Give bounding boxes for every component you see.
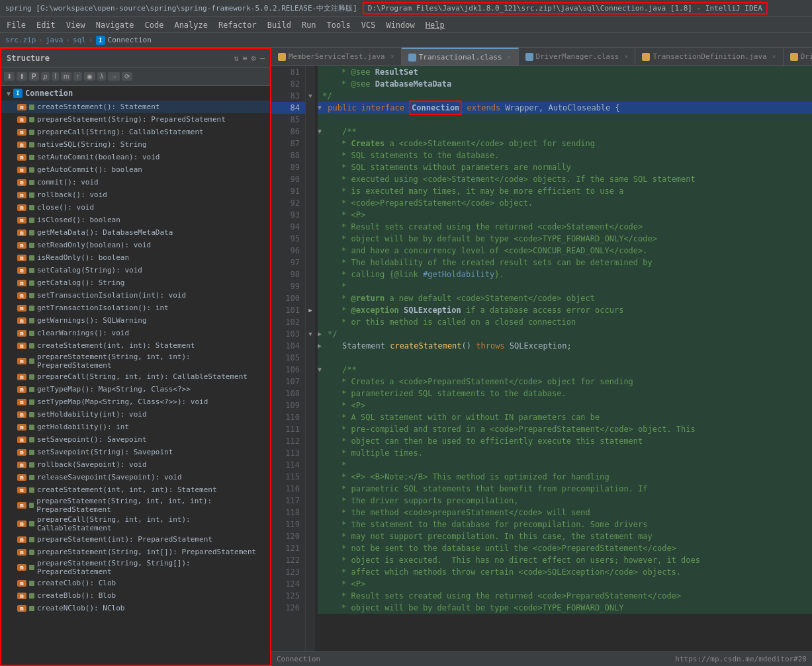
sidebar-item-setTransactionIsolation[interactable]: m setTransactionIsolation(int): void	[1, 289, 270, 302]
collapse-all-btn[interactable]: ⬆	[17, 72, 27, 81]
sidebar-item-getTypeMap[interactable]: m getTypeMap(): Map<String, Class<?>>	[1, 383, 270, 395]
sidebar-item-isClosed[interactable]: m isClosed(): boolean	[1, 214, 270, 226]
sidebar-item-isReadOnly[interactable]: m isReadOnly(): boolean	[1, 251, 270, 264]
sidebar-item-setTypeMap[interactable]: m setTypeMap(Map<String, Class<?>>): voi…	[1, 395, 270, 408]
sidebar-item-rollback[interactable]: m rollback(): void	[1, 188, 270, 201]
tab-transactional-class[interactable]: Transactional.class ×	[402, 48, 519, 65]
method-text-18: getWarnings(): SQLWarning	[37, 316, 147, 325]
badge-m-35: m	[17, 549, 26, 556]
breadcrumb-sql[interactable]: sql	[73, 36, 86, 44]
sidebar-item-createBlob[interactable]: m createBlob(): Blob	[1, 589, 270, 602]
sidebar-item-setAutoCommit[interactable]: m setAutoCommit(boolean): void	[1, 151, 270, 163]
breadcrumb-src[interactable]: src.zip	[5, 36, 36, 44]
tab-close-2[interactable]: ×	[508, 54, 512, 61]
fold-85	[306, 78, 315, 90]
badge-m-27: m	[17, 437, 26, 443]
dot-3	[29, 130, 34, 135]
sidebar-item-createClob[interactable]: m createClob(): Clob	[1, 577, 270, 589]
sidebar-item-getTransactionIsolation[interactable]: m getTransactionIsolation(): int	[1, 302, 270, 314]
sidebar-item-getHoldability[interactable]: m getHoldability(): int	[1, 421, 270, 433]
menu-analyze[interactable]: Analyze	[170, 19, 212, 31]
sidebar-item-prepareStatement3[interactable]: m prepareStatement(String, int, int, int…	[1, 496, 270, 515]
sidebar-item-close[interactable]: m close(): void	[1, 201, 270, 214]
badge-m-30: m	[17, 474, 26, 481]
badge-m-34: m	[17, 536, 26, 543]
menu-view[interactable]: View	[62, 19, 89, 31]
sort-type-icon[interactable]: ≡	[242, 54, 247, 63]
public-btn[interactable]: P	[29, 72, 39, 81]
sidebar-item-getMetaData[interactable]: m getMetaData(): DatabaseMetaData	[1, 226, 270, 239]
menu-window[interactable]: Window	[382, 19, 418, 31]
sidebar-item-setReadOnly[interactable]: m setReadOnly(boolean): void	[1, 239, 270, 251]
scroll-to-source-btn[interactable]: →	[108, 72, 120, 81]
autoscroll-btn[interactable]: ⟳	[122, 72, 132, 81]
tab-driver-manager-j[interactable]: DriverManager.j... ×	[784, 48, 812, 65]
code-line-98: * calling {@link #getHoldability}.	[318, 269, 812, 280]
sidebar-item-setSavepoint2[interactable]: m setSavepoint(String): Savepoint	[1, 446, 270, 458]
dot-20	[29, 343, 34, 349]
tab-driver-manager-class[interactable]: DriverManager.class ×	[519, 48, 636, 65]
tab-close-3[interactable]: ×	[624, 53, 628, 60]
code-editor[interactable]: 81 82 83 84 85 86 87 88 89 90 91 92 93 9…	[271, 66, 812, 651]
inherited-btn[interactable]: ↑	[73, 72, 82, 81]
fold-106-g[interactable]: ▼	[306, 328, 315, 340]
sidebar-item-prepareStatement4[interactable]: m prepareStatement(int): PreparedStateme…	[1, 533, 270, 546]
sidebar-item-prepareStatement5[interactable]: m prepareStatement(String, int[]): Prepa…	[1, 546, 270, 558]
menu-build[interactable]: Build	[263, 19, 295, 31]
methods-btn[interactable]: m	[61, 72, 71, 81]
sidebar-item-setSavepoint[interactable]: m setSavepoint(): Savepoint	[1, 433, 270, 446]
anonymous-btn[interactable]: ◉	[84, 72, 95, 81]
menu-navigate[interactable]: Navigate	[92, 19, 138, 31]
dot-22	[29, 374, 34, 380]
sidebar-toolbar: ⬇ ⬆ P p f m ↑ ◉ λ → ⟳	[1, 67, 270, 86]
sidebar-item-prepareStatement[interactable]: m prepareStatement(String): PreparedStat…	[1, 113, 270, 126]
sidebar-item-getWarnings[interactable]: m getWarnings(): SQLWarning	[1, 314, 270, 327]
sidebar-item-prepareCall3[interactable]: m prepareCall(String, int, int, int): Ca…	[1, 515, 270, 533]
sidebar-item-createStatement[interactable]: m createStatement(): Statement	[1, 101, 270, 113]
menu-file[interactable]: File	[3, 19, 30, 31]
sidebar-item-prepareCall2[interactable]: m prepareCall(String, int, int): Callabl…	[1, 370, 270, 383]
sidebar-item-releaseSavepoint[interactable]: m releaseSavepoint(Savepoint): void	[1, 471, 270, 483]
ln-105: 105	[271, 352, 305, 364]
sidebar-item-setCatalog[interactable]: m setCatalog(String): void	[1, 264, 270, 276]
code-line-105	[318, 352, 812, 364]
sidebar-item-prepareCall[interactable]: m prepareCall(String): CallableStatement	[1, 126, 270, 138]
sidebar-item-getCatalog[interactable]: m getCatalog(): String	[1, 276, 270, 289]
menu-edit[interactable]: Edit	[32, 19, 60, 31]
sort-alpha-icon[interactable]: ⇅	[234, 54, 238, 63]
tab-close-4[interactable]: ×	[772, 53, 776, 60]
sidebar-item-createNClob[interactable]: m createNClob(): NClob	[1, 602, 270, 614]
protected-btn[interactable]: p	[41, 72, 50, 81]
ln-110: 110	[271, 411, 305, 423]
menu-help[interactable]: Help	[422, 19, 449, 31]
fold-104[interactable]: ▶	[306, 304, 315, 316]
sidebar-item-createStatement2[interactable]: m createStatement(int, int): Statement	[1, 339, 270, 352]
sidebar-item-rollback2[interactable]: m rollback(Savepoint): void	[1, 458, 270, 471]
menu-vcs[interactable]: VCS	[357, 19, 380, 31]
menu-tools[interactable]: Tools	[323, 19, 355, 31]
tab-transaction-definition[interactable]: TransactionDefinition.java ×	[635, 48, 783, 65]
fold-86[interactable]: ▼	[306, 90, 315, 102]
lambda-btn[interactable]: λ	[97, 72, 106, 81]
sidebar-item-setHoldability[interactable]: m setHoldability(int): void	[1, 408, 270, 421]
tab-close-1[interactable]: ×	[390, 53, 394, 60]
sidebar-item-clearWarnings[interactable]: m clearWarnings(): void	[1, 327, 270, 339]
breadcrumb-connection[interactable]: Connection	[108, 36, 152, 44]
menu-refactor[interactable]: Refactor	[214, 19, 261, 31]
fields-btn[interactable]: f	[52, 72, 59, 81]
menu-code[interactable]: Code	[141, 19, 168, 31]
expand-all-btn[interactable]: ⬇	[4, 72, 15, 81]
dot-16	[29, 293, 34, 298]
sidebar-item-commit[interactable]: m commit(): void	[1, 176, 270, 188]
settings-icon[interactable]: ⚙	[251, 54, 256, 63]
sidebar-item-nativeSQL[interactable]: m nativeSQL(String): String	[1, 138, 270, 151]
sidebar-item-prepareStatement6[interactable]: m prepareStatement(String, String[]): Pr…	[1, 558, 270, 577]
sidebar-item-getAutoCommit[interactable]: m getAutoCommit(): boolean	[1, 163, 270, 176]
menu-run[interactable]: Run	[298, 19, 320, 31]
sidebar-item-prepareStatement2[interactable]: m prepareStatement(String, int, int): Pr…	[1, 352, 270, 370]
sidebar-item-createStatement3[interactable]: m createStatement(int, int, int): Statem…	[1, 483, 270, 496]
breadcrumb-java[interactable]: java	[46, 36, 64, 44]
tab-member-service-test[interactable]: MemberServiceTest.java ×	[271, 48, 402, 65]
close-panel-icon[interactable]: –	[260, 54, 265, 63]
code-content[interactable]: * @see ResultSet * @see DatabaseMetaData…	[315, 66, 812, 651]
